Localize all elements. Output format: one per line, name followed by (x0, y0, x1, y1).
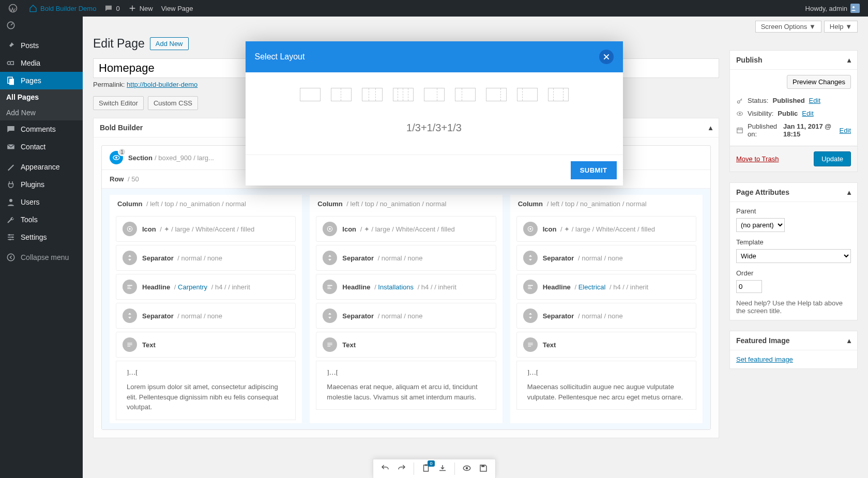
comments-count: 0 (116, 5, 119, 12)
sidebar-item-media[interactable]: Media (0, 54, 83, 72)
order-input[interactable] (736, 280, 762, 293)
layout-1-col[interactable] (300, 88, 321, 101)
text-element[interactable]: Text (316, 332, 496, 358)
column-block[interactable]: Column / left / top / no_animation / nor… (510, 195, 703, 423)
comment-icon (6, 125, 16, 134)
separator-element[interactable]: Separator / normal / none (516, 303, 696, 329)
new-link[interactable]: New (124, 0, 157, 17)
headline-element[interactable]: Headline / Installations / h4 / / inheri… (316, 274, 496, 300)
sidebar-collapse[interactable]: Collapse menu (0, 249, 83, 266)
layout-1-2[interactable] (455, 88, 476, 101)
box-toggle[interactable]: ▴ (847, 188, 851, 196)
icon-element[interactable]: Icon / ✦ / large / White/Accent / filled (316, 216, 496, 242)
sidebar-item-plugins[interactable]: Plugins (0, 176, 83, 193)
separator-element[interactable]: Separator / normal / none (116, 245, 296, 271)
svg-rect-24 (328, 285, 332, 286)
layout-1-3[interactable] (517, 88, 538, 101)
text-element[interactable]: Text (516, 332, 696, 358)
sidebar-item-pages[interactable]: Pages (0, 72, 83, 89)
text-content[interactable]: ]…[ Maecenas erat neque, aliquam et arcu… (316, 361, 496, 410)
howdy-link[interactable]: Howdy, admin (801, 0, 864, 17)
template-select[interactable]: Wide (736, 249, 851, 263)
comment-icon (104, 4, 113, 12)
custom-css-button[interactable]: Custom CSS (148, 96, 198, 110)
submenu-add-new[interactable]: Add New (0, 105, 83, 120)
submenu-all-pages[interactable]: All Pages (0, 89, 83, 105)
separator-icon (523, 309, 538, 323)
column-block[interactable]: Column / left / top / no_animation / nor… (310, 195, 502, 423)
sidebar-item-settings[interactable]: Settings (0, 228, 83, 246)
update-button[interactable]: Update (814, 151, 851, 166)
layout-input[interactable] (266, 117, 602, 139)
users-label: Users (21, 198, 40, 206)
sidebar-item-dashboard[interactable] (0, 17, 83, 34)
redo-button[interactable] (397, 464, 406, 474)
switch-editor-button[interactable]: Switch Editor (93, 96, 144, 110)
undo-button[interactable] (380, 464, 390, 474)
help-button[interactable]: Help ▼ (824, 21, 858, 33)
collapse-icon (6, 253, 16, 262)
save-builder-button[interactable] (479, 464, 488, 474)
set-featured-link[interactable]: Set featured image (736, 356, 793, 363)
edit-visibility-link[interactable]: Edit (802, 110, 813, 117)
pages-submenu: All Pages Add New (0, 89, 83, 120)
separator-element[interactable]: Separator / normal / none (516, 245, 696, 271)
layout-4-col[interactable] (393, 88, 414, 101)
add-new-button[interactable]: Add New (150, 37, 189, 50)
howdy-label: Howdy, admin (805, 5, 847, 12)
sidebar-item-appearance[interactable]: Appearance (0, 158, 83, 176)
box-toggle[interactable]: ▴ (847, 56, 851, 64)
section-block[interactable]: 1 Section / boxed_900 / larg... Row / 50… (101, 145, 711, 430)
modal-title: Select Layout (255, 52, 305, 61)
svg-rect-33 (528, 287, 531, 287)
builder-title: Bold Builder (100, 124, 143, 132)
modal-close-button[interactable] (599, 50, 614, 64)
text-content[interactable]: ]…[ Maecenas sollicitudin augue nec augu… (516, 361, 696, 410)
user-icon (6, 197, 16, 207)
edit-date-link[interactable]: Edit (840, 127, 851, 134)
comments-link[interactable]: 0 (100, 0, 124, 17)
sidebar-item-tools[interactable]: Tools (0, 211, 83, 228)
site-name-link[interactable]: Bold Builder Demo (25, 0, 100, 17)
sidebar-item-contact[interactable]: Contact (0, 138, 83, 156)
sidebar-item-posts[interactable]: Posts (0, 37, 83, 54)
edit-status-link[interactable]: Edit (809, 97, 820, 104)
svg-point-7 (9, 199, 12, 202)
separator-icon (323, 309, 337, 323)
section-visibility-toggle[interactable]: 1 (110, 151, 123, 164)
text-element[interactable]: Text (116, 332, 296, 358)
wrench-icon (6, 215, 16, 224)
separator-element[interactable]: Separator / normal / none (316, 245, 496, 271)
layout-2-1[interactable] (424, 88, 445, 101)
layout-3-col[interactable] (362, 88, 383, 101)
view-page-link[interactable]: View Page (157, 0, 197, 17)
wp-logo[interactable] (4, 0, 25, 17)
posts-label: Posts (21, 41, 39, 50)
column-block[interactable]: Column / left / top / no_animation / nor… (110, 195, 302, 423)
sidebar-item-comments[interactable]: Comments (0, 120, 83, 138)
headline-element[interactable]: Headline / Electrical / h4 / / inherit (516, 274, 696, 300)
appearance-label: Appearance (21, 163, 60, 171)
preview-builder-button[interactable] (462, 464, 471, 474)
layout-2-col[interactable] (331, 88, 352, 101)
layout-1-2-1[interactable] (548, 88, 569, 101)
sidebar-item-users[interactable]: Users (0, 193, 83, 211)
import-button[interactable] (438, 464, 447, 474)
permalink-link[interactable]: http://bold-builder-demo (127, 81, 197, 88)
panel-toggle[interactable]: ▴ (709, 124, 712, 132)
text-content[interactable]: ]…[ Lorem ipsum dolor sit amet, consecte… (116, 361, 296, 420)
parent-select[interactable]: (no parent) (736, 218, 785, 232)
icon-element[interactable]: Icon / ✦ / large / White/Accent / filled (516, 216, 696, 242)
plus-icon (128, 4, 136, 12)
separator-element[interactable]: Separator / normal / none (116, 303, 296, 329)
screen-options-button[interactable]: Screen Options ▼ (755, 21, 821, 33)
clipboard-button[interactable]: 0 (421, 464, 431, 474)
preview-button[interactable]: Preview Changes (787, 75, 851, 89)
modal-submit-button[interactable]: SUBMIT (571, 161, 617, 179)
separator-element[interactable]: Separator / normal / none (316, 303, 496, 329)
icon-element[interactable]: Icon / ✦ / large / White/Accent / filled (116, 216, 296, 242)
box-toggle[interactable]: ▴ (847, 336, 851, 345)
trash-link[interactable]: Move to Trash (736, 155, 779, 163)
layout-3-1[interactable] (486, 88, 507, 101)
headline-element[interactable]: Headline / Carpentry / h4 / / inherit (116, 274, 296, 300)
